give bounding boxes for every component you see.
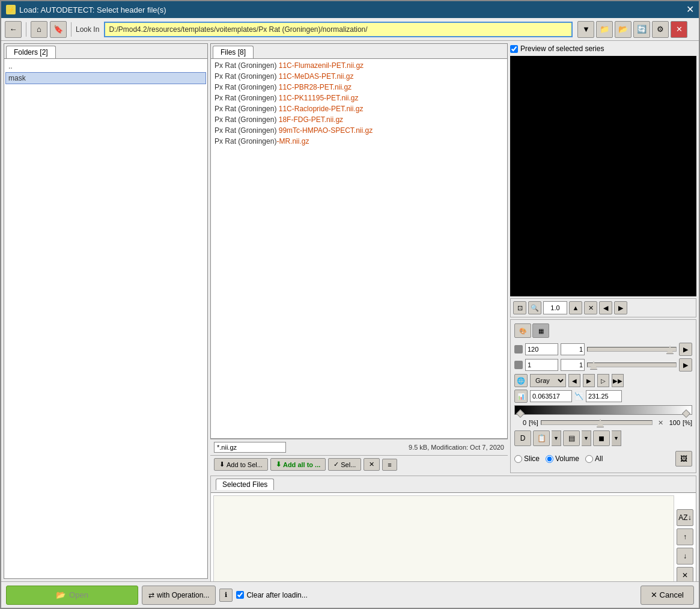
img-color-dropdown[interactable]: ▼	[612, 430, 621, 446]
percent-slider[interactable]	[541, 420, 653, 425]
brightness-val2[interactable]	[561, 343, 585, 355]
slice-radio[interactable]	[514, 455, 522, 463]
look-in-label: Look In	[76, 25, 99, 34]
files-tab-content: Px Rat (Groningen) 11C-Flumazenil-PET.ni…	[211, 59, 507, 438]
sel-down-button[interactable]: ↓	[677, 548, 693, 565]
folder-up-button[interactable]: 📁	[596, 21, 613, 38]
selected-files-tab[interactable]: Selected Files	[216, 479, 274, 490]
files-tab-label[interactable]: Files [8]	[213, 46, 254, 58]
clear-checkbox[interactable]	[236, 591, 244, 599]
list-item[interactable]: Px Rat (Groningen) 11C-MeDAS-PET.nii.gz	[212, 71, 506, 82]
view-icon-button[interactable]: 🖼	[675, 451, 692, 467]
colormap-play[interactable]: ▷	[597, 374, 609, 387]
min-val-input[interactable]	[530, 390, 572, 402]
files-area: Files [8] Px Rat (Groningen) 11C-Flumaze…	[210, 43, 508, 473]
list-item[interactable]: Px Rat (Groningen) 11C-Raclopride-PET.ni…	[212, 103, 506, 114]
bright-nav[interactable]: ▶	[679, 343, 692, 356]
list-item[interactable]: Px Rat (Groningen) 11C-PBR28-PET.nii.gz	[212, 82, 506, 93]
contrast-input[interactable]	[525, 359, 558, 371]
home-button[interactable]: ⌂	[31, 21, 47, 38]
zoom-in-button[interactable]: 🔍	[528, 301, 541, 314]
colormap-next[interactable]: ▶	[583, 374, 595, 387]
toolbar-right-buttons: ▼ 📁 📂 🔄 ⚙ ✕	[577, 21, 687, 38]
path-input[interactable]	[104, 22, 573, 37]
preview-label: Preview of selected series	[520, 44, 604, 53]
img-overlay-button[interactable]: ▤	[563, 430, 580, 446]
clear-checkbox-label[interactable]: Clear after loadin...	[236, 591, 307, 599]
gradient-left-thumb[interactable]	[516, 409, 525, 418]
menu-action-button[interactable]: ≡	[382, 459, 397, 471]
operation-info-icon[interactable]: ℹ	[219, 589, 233, 602]
colormap-row: 🌐 Gray ◀ ▶ ▷ ▶▶	[514, 374, 692, 387]
folder-item-mask[interactable]: mask	[5, 72, 206, 84]
slice-radio-label[interactable]: Slice	[514, 454, 540, 463]
img-copy-dropdown[interactable]: ▼	[552, 430, 561, 446]
add-all-to-button[interactable]: ⬇ Add all to ...	[270, 458, 326, 471]
cancel-button[interactable]: ✕ Cancel	[641, 586, 694, 605]
contrast-val2[interactable]	[561, 359, 585, 371]
nav-up-button[interactable]: ▲	[569, 301, 582, 314]
list-item[interactable]: Px Rat (Groningen)-MR.nii.gz	[212, 136, 506, 147]
close-action-button[interactable]: ✕	[364, 458, 380, 471]
list-item[interactable]: Px Rat (Groningen) 18F-FDG-PET.nii.gz	[212, 114, 506, 125]
colormap-select[interactable]: Gray	[530, 374, 566, 387]
img-copy-button[interactable]: 📋	[533, 430, 550, 446]
refresh-button[interactable]: 🔄	[633, 21, 650, 38]
colormap-prev[interactable]: ◀	[568, 374, 580, 387]
gradient-right-thumb[interactable]	[682, 409, 690, 418]
min-icon[interactable]: 📉	[574, 392, 583, 400]
img-color-button[interactable]: ◼	[593, 430, 610, 446]
close-toolbar-button[interactable]: ✕	[671, 21, 687, 38]
list-item[interactable]: Px Rat (Groningen) 11C-PK11195-PET.nii.g…	[212, 93, 506, 103]
percent-x-button[interactable]: ✕	[655, 417, 666, 428]
colormap-options[interactable]: ▶▶	[612, 374, 624, 387]
zoom-input[interactable]	[543, 301, 567, 314]
new-folder-button[interactable]: 📂	[615, 21, 632, 38]
nav-down-button[interactable]: ✕	[584, 301, 597, 314]
max-val-input[interactable]	[586, 390, 622, 402]
colormap-icon-btn[interactable]: 🌐	[514, 374, 528, 387]
folders-tab-label[interactable]: Folders [2]	[6, 46, 56, 58]
list-item[interactable]: Px Rat (Groningen) 11C-Flumazenil-PET.ni…	[212, 60, 506, 71]
sel-sort-button[interactable]: AZ↓	[677, 509, 693, 526]
cancel-label: Cancel	[660, 590, 684, 599]
sel-remove-button[interactable]: ✕	[677, 567, 693, 581]
operation-label: with Operation...	[157, 591, 209, 599]
minmax-icon[interactable]: 📊	[514, 390, 528, 403]
volume-radio-label[interactable]: Volume	[546, 454, 579, 463]
img-overlay-dropdown[interactable]: ▼	[582, 430, 591, 446]
contrast-slider[interactable]	[587, 363, 677, 367]
volume-radio[interactable]	[546, 455, 553, 463]
brightness-input[interactable]	[525, 343, 558, 355]
open-button[interactable]: 📂 Open	[6, 586, 138, 605]
preview-image	[510, 56, 696, 296]
img-save-button[interactable]: D	[514, 430, 531, 446]
add-to-sel-button[interactable]: ⬇ Add to Sel...	[214, 458, 268, 471]
filter-input[interactable]	[214, 442, 286, 453]
nav-right-button[interactable]: ▶	[614, 301, 627, 314]
folders-tab-panel: Folders [2] .. mask	[4, 43, 208, 579]
color-tab-1[interactable]: 🎨	[514, 323, 531, 338]
zoom-fit-button[interactable]: ⊡	[513, 301, 526, 314]
selected-list-area[interactable]	[213, 495, 674, 581]
list-item[interactable]: Px Rat (Groningen) 99mTc-HMPAO-SPECT.nii…	[212, 125, 506, 136]
brightness-slider[interactable]	[587, 347, 677, 352]
gradient-bar[interactable]	[514, 405, 692, 415]
settings-button[interactable]: ⚙	[652, 21, 669, 38]
contrast-icon	[514, 361, 523, 369]
contrast-nav[interactable]: ▶	[679, 358, 692, 372]
color-tab-2[interactable]: ▦	[532, 323, 549, 338]
back-button[interactable]: ←	[5, 21, 22, 38]
close-button[interactable]: ✕	[686, 5, 694, 14]
sel-button[interactable]: ✓ Sel...	[328, 458, 361, 471]
sel-up-button[interactable]: ↑	[677, 528, 693, 545]
nav-left-button[interactable]: ◀	[599, 301, 612, 314]
dropdown-button[interactable]: ▼	[577, 21, 594, 38]
folder-item-dotdot[interactable]: ..	[5, 60, 206, 72]
preview-checkbox[interactable]	[510, 45, 518, 53]
all-radio[interactable]	[585, 455, 593, 463]
bookmark-button[interactable]: 🔖	[50, 21, 67, 38]
operation-button[interactable]: ⇄ with Operation...	[142, 586, 216, 605]
all-radio-label[interactable]: All	[585, 454, 603, 463]
bottom-bar: 📂 Open ⇄ with Operation... ℹ Clear after…	[1, 581, 699, 608]
